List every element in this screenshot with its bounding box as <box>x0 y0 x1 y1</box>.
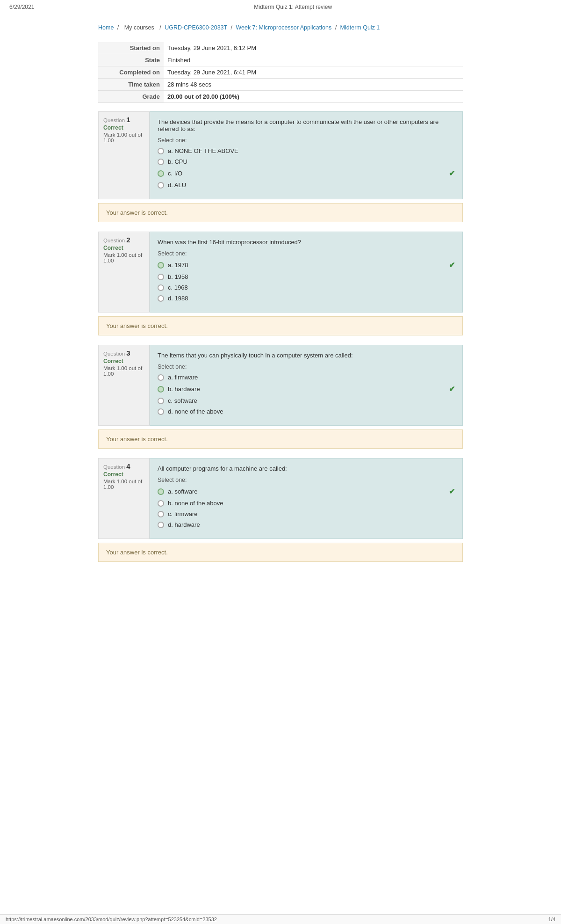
breadcrumb-mycourses: My courses <box>124 24 154 31</box>
radio-3-d[interactable] <box>158 408 164 415</box>
sep1: / <box>117 24 121 31</box>
radio-1-a[interactable] <box>158 148 164 154</box>
question-sidebar-2: Question 2 Correct Mark 1.00 out of 1.00 <box>98 232 150 313</box>
summary-row-completed: Completed on Tuesday, 29 June 2021, 6:41… <box>98 66 463 79</box>
option-row-1-b: b. CPU <box>158 158 455 165</box>
checkmark-4-a: ✔ <box>449 487 455 496</box>
radio-2-a[interactable] <box>158 262 164 269</box>
option-text-2-b: b. 1958 <box>168 273 455 280</box>
question-sidebar-3: Question 3 Correct Mark 1.00 out of 1.00 <box>98 345 150 426</box>
option-text-1-d: d. ALU <box>168 182 455 189</box>
summary-row-started: Started on Tuesday, 29 June 2021, 6:12 P… <box>98 42 463 54</box>
radio-4-b[interactable] <box>158 500 164 507</box>
q-status-4: Correct <box>103 471 144 478</box>
option-text-3-b: b. hardware <box>168 386 445 393</box>
grade-value-text: 20.00 out of 20.00 (100%) <box>167 93 239 100</box>
main-container: Home / My courses / UGRD-CPE6300-2033T /… <box>89 14 472 585</box>
radio-3-a[interactable] <box>158 374 164 381</box>
option-row-4-d: d. hardware <box>158 521 455 528</box>
question-block-2: Question 2 Correct Mark 1.00 out of 1.00… <box>98 232 463 313</box>
grade-label: Grade <box>98 91 164 103</box>
summary-row-timetaken: Time taken 28 mins 48 secs <box>98 79 463 91</box>
radio-3-b[interactable] <box>158 386 164 393</box>
q-mark-4: Mark 1.00 out of 1.00 <box>103 479 144 490</box>
q-mark-2: Mark 1.00 out of 1.00 <box>103 252 144 263</box>
started-value: Tuesday, 29 June 2021, 6:12 PM <box>164 42 463 54</box>
option-text-4-c: c. firmware <box>168 510 455 517</box>
q-status-2: Correct <box>103 245 144 251</box>
radio-2-c[interactable] <box>158 284 164 291</box>
option-row-2-d: d. 1988 <box>158 295 455 302</box>
date-label: 6/29/2021 <box>9 4 34 10</box>
option-text-4-b: b. none of the above <box>168 500 455 507</box>
question-block-3: Question 3 Correct Mark 1.00 out of 1.00… <box>98 345 463 426</box>
question-text-4: All computer programs for a machine are … <box>158 465 455 472</box>
option-row-1-d: d. ALU <box>158 182 455 189</box>
state-label: State <box>98 54 164 66</box>
radio-1-d[interactable] <box>158 182 164 189</box>
sep3: / <box>230 24 234 31</box>
option-row-4-b: b. none of the above <box>158 500 455 507</box>
option-row-3-d: d. none of the above <box>158 408 455 415</box>
radio-4-c[interactable] <box>158 511 164 517</box>
breadcrumb-quiz[interactable]: Midterm Quiz 1 <box>340 24 380 31</box>
option-row-3-b: b. hardware✔ <box>158 385 455 393</box>
completed-label: Completed on <box>98 66 164 79</box>
breadcrumb: Home / My courses / UGRD-CPE6300-2033T /… <box>98 19 463 36</box>
summary-table: Started on Tuesday, 29 June 2021, 6:12 P… <box>98 42 463 103</box>
option-row-3-a: a. firmware <box>158 374 455 381</box>
q-label-4: Question 4 <box>103 462 144 470</box>
breadcrumb-course[interactable]: UGRD-CPE6300-2033T <box>165 24 227 31</box>
summary-row-state: State Finished <box>98 54 463 66</box>
option-text-1-c: c. I/O <box>168 170 445 177</box>
question-sidebar-4: Question 4 Correct Mark 1.00 out of 1.00 <box>98 458 150 539</box>
option-text-1-a: a. NONE OF THE ABOVE <box>168 147 455 154</box>
option-row-4-c: c. firmware <box>158 510 455 517</box>
q-label-2: Question 2 <box>103 236 144 244</box>
option-text-2-c: c. 1968 <box>168 284 455 291</box>
feedback-4: Your answer is correct. <box>98 543 463 562</box>
question-text-3: The items that you can physically touch … <box>158 352 455 359</box>
sep2: / <box>159 24 163 31</box>
q-mark-1: Mark 1.00 out of 1.00 <box>103 132 144 143</box>
question-text-2: When was the first 16-bit microprocessor… <box>158 239 455 246</box>
radio-2-d[interactable] <box>158 295 164 302</box>
option-text-2-a: a. 1978 <box>168 262 445 269</box>
question-content-3: The items that you can physically touch … <box>150 345 463 426</box>
question-content-1: The devices that provide the means for a… <box>150 111 463 199</box>
breadcrumb-home[interactable]: Home <box>98 24 114 31</box>
select-label-2: Select one: <box>158 250 455 257</box>
option-row-4-a: a. software✔ <box>158 487 455 496</box>
feedback-3: Your answer is correct. <box>98 429 463 449</box>
q-label-3: Question 3 <box>103 349 144 357</box>
q-label-1: Question 1 <box>103 116 144 124</box>
q-status-1: Correct <box>103 124 144 131</box>
option-text-4-a: a. software <box>168 488 445 495</box>
question-content-4: All computer programs for a machine are … <box>150 458 463 539</box>
option-text-3-d: d. none of the above <box>168 408 455 415</box>
option-row-2-b: b. 1958 <box>158 273 455 280</box>
grade-value: 20.00 out of 20.00 (100%) <box>164 91 463 103</box>
q-status-3: Correct <box>103 358 144 364</box>
timetaken-value: 28 mins 48 secs <box>164 79 463 91</box>
started-label: Started on <box>98 42 164 54</box>
checkmark-1-c: ✔ <box>449 169 455 178</box>
completed-value: Tuesday, 29 June 2021, 6:41 PM <box>164 66 463 79</box>
option-row-1-a: a. NONE OF THE ABOVE <box>158 147 455 154</box>
summary-row-grade: Grade 20.00 out of 20.00 (100%) <box>98 91 463 103</box>
radio-2-b[interactable] <box>158 274 164 280</box>
radio-4-d[interactable] <box>158 522 164 528</box>
radio-3-c[interactable] <box>158 398 164 404</box>
page-title: Midterm Quiz 1: Attempt review <box>254 4 332 10</box>
checkmark-2-a: ✔ <box>449 261 455 269</box>
radio-4-a[interactable] <box>158 488 164 495</box>
radio-1-c[interactable] <box>158 170 164 177</box>
radio-1-b[interactable] <box>158 159 164 165</box>
select-label-3: Select one: <box>158 364 455 370</box>
option-text-2-d: d. 1988 <box>168 295 455 302</box>
breadcrumb-week[interactable]: Week 7: Microprocessor Applications <box>236 24 331 31</box>
question-block-4: Question 4 Correct Mark 1.00 out of 1.00… <box>98 458 463 539</box>
top-bar: 6/29/2021 Midterm Quiz 1: Attempt review <box>0 0 561 14</box>
feedback-1: Your answer is correct. <box>98 203 463 222</box>
sep4: / <box>335 24 338 31</box>
